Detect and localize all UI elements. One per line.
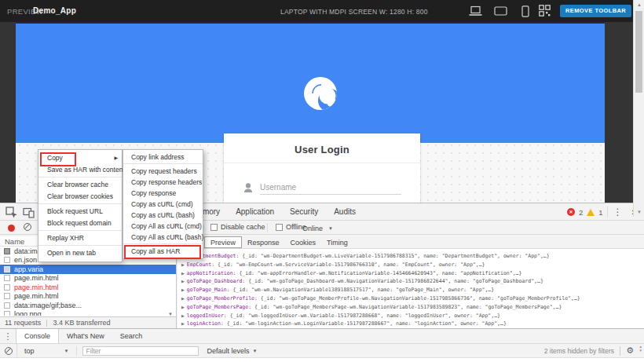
warning-count[interactable]: 1 [598,208,602,217]
request-detail-tab[interactable]: Preview [204,236,242,248]
file-icon [4,257,10,263]
laptop-device-icon[interactable] [469,5,482,16]
file-icon [4,302,10,309]
drawer-menu-icon[interactable]: ⋮ [0,329,16,343]
clear-console-wrap [0,344,17,358]
json-tree-row[interactable]: ▶goToPage_MembersPage: {_id: "wm-goToPag… [181,303,644,312]
json-value-summary: : {_id: "wm-appErrorHandler-wm.Notificat… [233,270,522,276]
devtools-menu-icon[interactable]: ⋮ [612,207,624,217]
json-key: goToPage_Dashboard [187,278,242,284]
network-request-row[interactable]: page.min.html [0,283,176,292]
json-tree-row[interactable]: ▶goToPage_Dashboard: {_id: "wm-goToPage_… [181,277,644,286]
devtools-tab[interactable]: Audits [326,203,364,221]
network-request-row[interactable]: page.min.html [0,292,176,302]
checkbox-icon[interactable] [210,224,218,231]
json-tree-row[interactable]: ▶appNotification: {_id: "wm-appErrorHand… [181,269,644,278]
context-menu-item[interactable]: Block request domain [38,218,122,231]
devtools-tab[interactable]: Application [228,203,282,221]
scroll-up-arrow-icon[interactable]: ▲ [634,2,644,7]
expand-arrow-icon[interactable]: ▶ [181,271,185,276]
app-name: Demo_App [33,6,76,15]
json-tree-row[interactable]: ▶loggedInUser: {_id: "wm-loggedInUser-wm… [181,312,644,320]
json-value-summary: : {_id: "wm-wm.NavigationVariable1389188… [227,287,494,293]
expand-arrow-icon[interactable]: ▶ [181,313,185,318]
checkbox-icon[interactable] [276,224,283,231]
submenu-item[interactable]: Copy all as HAR [123,246,203,257]
network-request-row[interactable]: logo.png [0,310,176,316]
file-icon [4,248,10,254]
error-count[interactable]: 2 [579,208,583,217]
page-scrollbar[interactable]: ▲ ▼ [633,0,644,217]
request-detail-tab[interactable]: Timing [321,236,353,248]
json-tree-row[interactable]: ▶EmpCount: {_id: "wm-EmpCount-wm.Service… [181,261,644,269]
record-icon[interactable] [8,225,15,232]
request-name: en.json [14,256,37,264]
inspect-element-icon[interactable] [5,207,17,218]
chevron-down-icon[interactable]: ▼ [328,226,333,231]
tablet-device-icon[interactable] [494,5,508,16]
json-tree-row[interactable]: ▶goToPage_MemberProfile: {_id: "wm-goToP… [181,294,644,303]
phone-device-icon[interactable] [521,5,530,17]
throttling-select[interactable]: Online [302,225,323,232]
log-levels-select[interactable]: Default levels ▼ [207,347,257,355]
console-scrollbar[interactable]: ▲▼ [639,345,642,353]
console-tab[interactable]: Console [16,329,59,343]
context-menu-item[interactable]: Block request URL [38,206,122,218]
json-tree-row[interactable]: ▶DepartmentBudget: {_id: "wm-DepartmentB… [181,252,644,261]
network-request-row[interactable]: data:image/gif;base... [0,301,176,310]
console-filter-input[interactable] [82,346,199,356]
context-menu-item[interactable]: Clear browser cookies [38,191,122,204]
context-menu-item[interactable]: Replay XHR [38,232,122,246]
network-request-row[interactable]: page.min.html [0,274,176,283]
request-detail-tab[interactable]: Cookies [285,236,322,248]
submenu-item[interactable]: Copy as cURL (bash) [123,210,203,221]
submenu-item[interactable]: Copy request headers [123,166,203,177]
expand-arrow-icon[interactable]: ▶ [181,262,185,267]
expand-arrow-icon[interactable]: ▶ [181,321,185,326]
user-icon [243,182,254,193]
expand-arrow-icon[interactable]: ▶ [181,296,185,301]
request-name: page.min.html [14,274,59,282]
device-toolbar-icon[interactable] [23,207,35,218]
submenu-item[interactable]: Copy All as cURL (bash) [123,232,203,244]
execution-context-select[interactable]: top ▼ [24,347,68,355]
network-status-bar: 11 requests 3.4 KB transferred [0,316,176,328]
scroll-down-arrow-icon[interactable]: ▼ [634,210,644,214]
preview-json-tree: ▶DepartmentBudget: {_id: "wm-DepartmentB… [177,250,644,328]
clear-network-icon[interactable] [24,223,31,231]
context-menu-item[interactable]: Clear browser cache [38,179,122,191]
console-toolbar: top ▼ Default levels ▼ 2 items hidden by… [0,344,644,358]
scrollbar-thumb[interactable] [635,11,642,93]
submenu-item[interactable]: Copy as cURL (cmd) [123,199,203,210]
console-settings-gear-icon[interactable]: ⚙ [626,346,634,356]
expand-arrow-icon[interactable]: ▶ [181,287,185,292]
warning-badge-icon[interactable] [587,209,595,216]
submenu-item[interactable]: Copy link address [123,152,203,164]
remove-toolbar-button[interactable]: REMOVE TOOLBAR [560,5,631,17]
network-request-row[interactable]: app.varia [0,265,176,274]
context-menu-item[interactable]: Copy [38,152,122,164]
request-detail-pane: HeadersPreviewResponseCookiesTiming ▲ ▶D… [177,236,644,328]
clear-console-icon[interactable] [5,347,13,355]
console-tab[interactable]: Search [112,329,151,343]
json-tree-row[interactable]: ▶goToPage_Main: {_id: "wm-wm.NavigationV… [181,286,644,294]
login-title: User Login [295,144,349,155]
status-divider [46,320,47,327]
disable-cache-checkbox[interactable]: Disable cache [210,223,265,231]
expand-arrow-icon[interactable]: ▶ [181,305,185,309]
json-tree-row[interactable]: ▶loginAction: {_id: "wm-loginAction-wm.L… [181,320,644,328]
devtools-tab[interactable]: Security [282,203,326,221]
submenu-item[interactable]: Copy response headers [123,177,203,188]
context-menu-item[interactable]: Save as HAR with content [38,164,122,177]
submenu-item[interactable]: Copy response [123,188,203,199]
console-tab[interactable]: What's New [59,329,112,343]
submenu-item[interactable]: Copy All as cURL (cmd) [123,221,203,232]
expand-arrow-icon[interactable]: ▶ [181,279,185,283]
json-value-summary: : {_id: "wm-goToPage_Dashboard-wm.Naviga… [242,278,543,284]
error-badge-icon[interactable]: ✕ [567,208,575,216]
request-detail-tab[interactable]: Response [242,236,285,248]
context-menu-item[interactable]: Open in new tab [38,247,122,259]
username-input[interactable] [260,181,401,195]
qr-code-icon[interactable] [539,5,551,16]
device-gutter-left [0,22,16,203]
